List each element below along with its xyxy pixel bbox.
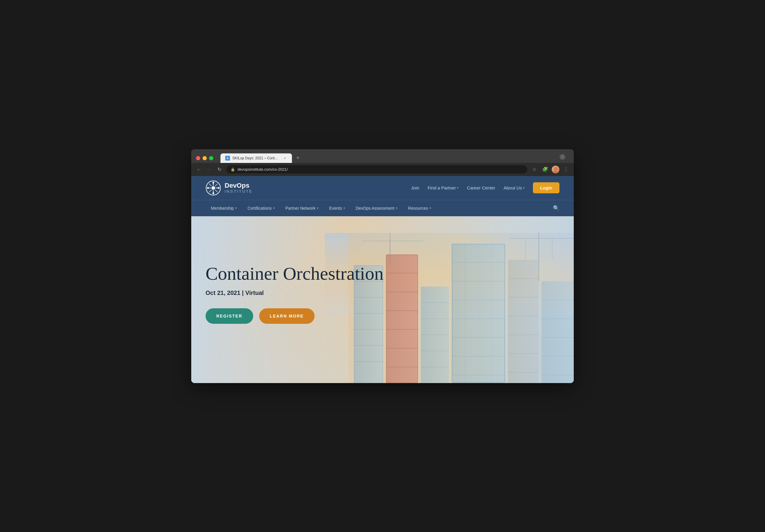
svg-point-9	[212, 182, 214, 184]
user-profile-button[interactable]	[559, 154, 565, 160]
about-us-link[interactable]: About Us ▾	[503, 185, 524, 190]
nav-partner-network[interactable]: Partner Network ▾	[280, 201, 324, 215]
find-partner-chevron: ▾	[457, 186, 458, 190]
address-bar-row: ← → ↻ 🔒 devopsinstitute.com/co-2021/ ☆ 🧩…	[191, 163, 574, 176]
maximize-button[interactable]	[209, 156, 213, 160]
logo-institute: INSTITUTE	[225, 189, 253, 194]
svg-line-15	[209, 190, 212, 192]
login-button[interactable]: Login	[533, 182, 559, 193]
svg-point-0	[562, 155, 563, 157]
svg-point-11	[207, 187, 209, 189]
logo[interactable]: DevOps INSTITUTE	[206, 180, 253, 196]
svg-rect-59	[541, 281, 574, 383]
nav-devops-assessment[interactable]: DevOps Assessment ▾	[350, 201, 403, 215]
top-navigation: DevOps INSTITUTE Join Find a Partner ▾ C…	[191, 176, 574, 200]
svg-rect-26	[386, 255, 418, 383]
secondary-nav-links: Membership ▾ Certifications ▾ Partner Ne…	[206, 201, 436, 215]
minimize-button[interactable]	[203, 156, 207, 160]
svg-line-14	[215, 184, 218, 186]
active-tab[interactable]: S SKILup Days: 2021 – Container ×	[221, 154, 292, 163]
reload-button[interactable]: ↻	[215, 165, 224, 174]
resources-chevron: ▾	[429, 207, 431, 210]
window-controls	[196, 156, 213, 160]
devops-assessment-chevron: ▾	[396, 207, 397, 210]
svg-point-4	[212, 186, 215, 190]
back-button[interactable]: ←	[195, 165, 203, 174]
svg-point-1	[554, 167, 557, 170]
svg-point-10	[212, 193, 214, 194]
top-nav-links: Join Find a Partner ▾ Career Center Abou…	[411, 182, 559, 193]
browser-icons-right: ☆ 🧩 ⋮	[530, 165, 570, 174]
hero-buttons: REGISTER LEARN MORE	[206, 308, 383, 324]
hero-content: Container Orchestration Oct 21, 2021 | V…	[206, 263, 383, 324]
nav-buttons: ← → ↻	[195, 165, 224, 174]
hero-section: Container Orchestration Oct 21, 2021 | V…	[191, 216, 574, 383]
certifications-chevron: ▾	[273, 207, 275, 210]
tab-title: SKILup Days: 2021 – Container	[232, 156, 280, 160]
nav-resources[interactable]: Resources ▾	[403, 201, 436, 215]
bookmark-icon[interactable]: ☆	[530, 165, 538, 174]
find-partner-link[interactable]: Find a Partner ▾	[427, 185, 458, 190]
close-button[interactable]	[196, 156, 200, 160]
extensions-icon[interactable]: 🧩	[541, 165, 549, 174]
browser-chrome: S SKILup Days: 2021 – Container × +	[191, 149, 574, 176]
browser-controls-right	[556, 154, 569, 162]
secondary-navigation: Membership ▾ Certifications ▾ Partner Ne…	[191, 200, 574, 216]
browser-window: S SKILup Days: 2021 – Container × +	[191, 149, 574, 383]
svg-point-2	[553, 170, 558, 173]
title-bar: S SKILup Days: 2021 – Container × +	[191, 149, 574, 163]
favicon-letter: S	[227, 157, 229, 160]
address-bar[interactable]: 🔒 devopsinstitute.com/co-2021/	[227, 165, 527, 173]
nav-membership[interactable]: Membership ▾	[206, 201, 242, 215]
nav-certifications[interactable]: Certifications ▾	[242, 201, 280, 215]
menu-icon[interactable]: ⋮	[562, 165, 570, 174]
learn-more-button[interactable]: LEARN MORE	[259, 308, 315, 324]
logo-icon	[206, 180, 221, 196]
events-chevron: ▾	[344, 207, 345, 210]
hero-date: Oct 21, 2021 | Virtual	[206, 289, 383, 296]
partner-network-chevron: ▾	[317, 207, 319, 210]
svg-point-12	[218, 187, 220, 189]
user-avatar[interactable]	[552, 166, 559, 173]
svg-line-13	[209, 184, 212, 186]
membership-chevron: ▾	[235, 207, 237, 210]
forward-button[interactable]: →	[205, 165, 213, 174]
tab-close-button[interactable]: ×	[283, 156, 287, 161]
search-icon[interactable]: 🔍	[553, 200, 559, 216]
nav-events[interactable]: Events ▾	[324, 201, 350, 215]
hero-title: Container Orchestration	[206, 263, 383, 283]
url-text: devopsinstitute.com/co-2021/	[238, 167, 523, 172]
tab-bar: S SKILup Days: 2021 – Container × +	[221, 154, 302, 163]
lock-icon: 🔒	[231, 168, 235, 172]
logo-devops: DevOps	[225, 182, 253, 189]
about-us-chevron: ▾	[523, 186, 524, 190]
logo-text: DevOps INSTITUTE	[225, 182, 253, 194]
career-center-link[interactable]: Career Center	[467, 185, 495, 190]
register-button[interactable]: REGISTER	[206, 308, 253, 324]
svg-line-16	[215, 190, 218, 192]
website: DevOps INSTITUTE Join Find a Partner ▾ C…	[191, 176, 574, 383]
svg-rect-52	[508, 260, 539, 383]
new-tab-button[interactable]: +	[294, 154, 302, 162]
join-link[interactable]: Join	[411, 185, 419, 190]
tab-favicon: S	[225, 156, 230, 161]
